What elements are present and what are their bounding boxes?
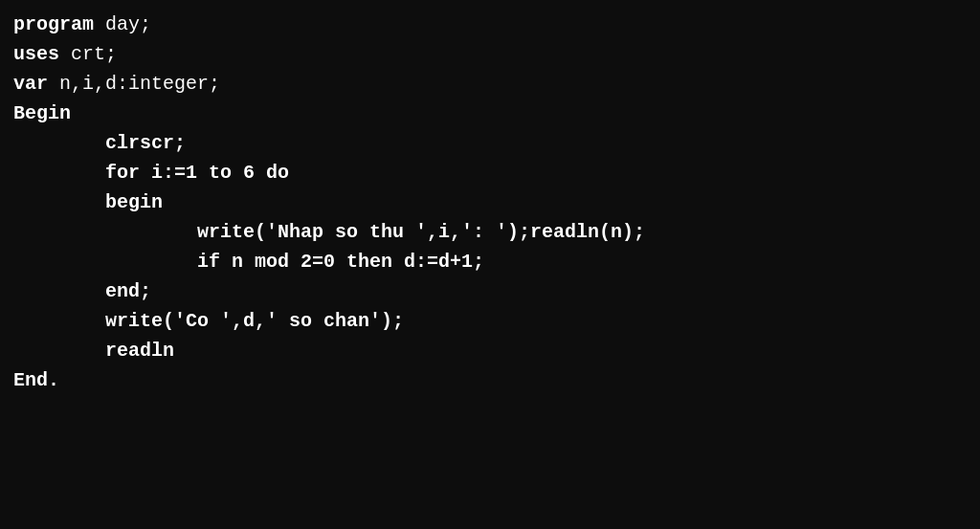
code-line: clrscr;: [13, 128, 967, 158]
code-editor: program day;uses crt;var n,i,d:integer;B…: [0, 0, 980, 529]
code-line: Begin: [13, 99, 967, 128]
code-line: if n mod 2=0 then d:=d+1;: [13, 247, 967, 276]
code-line: program day;: [13, 10, 967, 39]
code-line: write('Nhap so thu ',i,': ');readln(n);: [13, 217, 967, 247]
code-line: write('Co ',d,' so chan');: [13, 306, 967, 336]
code-line: for i:=1 to 6 do: [13, 158, 967, 187]
code-line: begin: [13, 187, 967, 217]
code-line: end;: [13, 276, 967, 306]
code-line: var n,i,d:integer;: [13, 69, 967, 99]
code-line: End.: [13, 365, 967, 395]
code-line: uses crt;: [13, 39, 967, 69]
code-line: readln: [13, 336, 967, 365]
